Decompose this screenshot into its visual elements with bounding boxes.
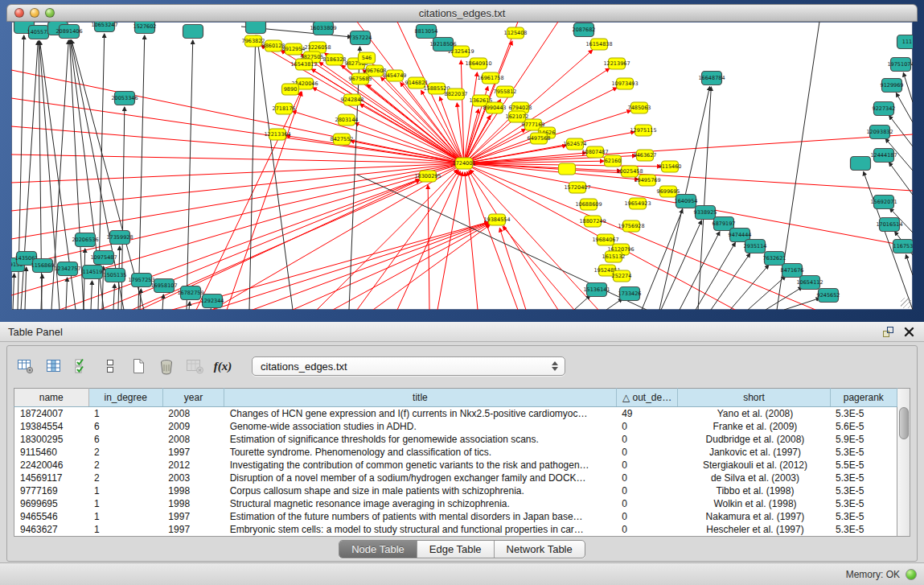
graph-node-16648784[interactable]: 16648784 xyxy=(698,72,725,85)
graph-node-20053346[interactable]: 20053346 xyxy=(111,92,138,105)
table-row[interactable]: 1872400712008Changes of HCN gene express… xyxy=(14,407,897,421)
graph-edge[interactable] xyxy=(606,299,622,310)
table-cell[interactable]: 5.3E-5 xyxy=(830,446,897,459)
graph-edge[interactable] xyxy=(25,267,27,310)
graph-node-9675685[interactable]: 9675685 xyxy=(349,73,372,84)
network-view[interactable]: 1724001183002951938455479638228860128891… xyxy=(11,22,913,310)
table-cell[interactable]: Dudbridge et al. (2008) xyxy=(678,433,830,446)
graph-node-9227342[interactable]: 9227342 xyxy=(873,102,896,116)
graph-edge[interactable] xyxy=(748,276,786,310)
table-scrollbar-thumb[interactable] xyxy=(899,407,909,439)
table-cell[interactable]: 18724007 xyxy=(14,407,89,421)
table-cell[interactable]: 14569117 xyxy=(14,472,89,484)
graph-node-1505135[interactable]: 1505135 xyxy=(104,269,127,282)
graph-edge[interactable] xyxy=(333,224,489,310)
graph-node-2803144[interactable]: 2803144 xyxy=(335,114,359,126)
graph-node-10654112[interactable]: 10654112 xyxy=(796,276,823,290)
graph-edge[interactable] xyxy=(360,104,464,163)
graph-node-1125408[interactable]: 1125408 xyxy=(504,27,528,39)
table-cell[interactable]: 1 xyxy=(88,484,162,497)
graph-node-9242848[interactable]: 9242848 xyxy=(341,94,364,105)
table-cell[interactable]: 5.6E-5 xyxy=(830,420,897,433)
column-header-in-degree[interactable]: in_degree xyxy=(88,389,162,407)
graph-edge[interactable] xyxy=(138,35,145,310)
graph-node-8813054[interactable]: 8813054 xyxy=(415,25,438,39)
column-header-title[interactable]: title xyxy=(224,389,616,407)
table-cell[interactable]: Structural magnetic resonance image aver… xyxy=(224,497,616,510)
graph-node-17016514[interactable]: 17016514 xyxy=(876,218,902,232)
graph-edge[interactable] xyxy=(11,163,464,183)
graph-node-7632621[interactable]: 7632621 xyxy=(763,252,786,266)
graph-node-T7[interactable] xyxy=(183,25,203,39)
table-cell[interactable]: 1 xyxy=(88,407,162,421)
graph-edge[interactable] xyxy=(465,172,478,310)
graph-edge[interactable] xyxy=(903,72,913,102)
graph-node-20206536[interactable]: 20206536 xyxy=(72,233,98,247)
graph-node-8822037[interactable]: 8822037 xyxy=(445,89,468,100)
table-cell[interactable]: 5.3E-5 xyxy=(830,510,897,523)
graph-node-8427552[interactable]: 8427552 xyxy=(331,134,354,145)
graph-node-T8[interactable] xyxy=(246,22,266,34)
table-cell[interactable]: 2008 xyxy=(162,407,224,421)
graph-node-12213364[interactable]: 12213364 xyxy=(264,129,290,140)
graph-edge[interactable] xyxy=(574,295,590,310)
graph-node-15720407[interactable]: 15720407 xyxy=(564,182,590,193)
graph-node-16961758[interactable]: 16961758 xyxy=(477,72,503,84)
table-cell[interactable]: 19384554 xyxy=(14,420,89,433)
graph-edge[interactable] xyxy=(642,209,683,310)
graph-edge[interactable] xyxy=(349,47,360,310)
graph-node-10975487[interactable]: 10975487 xyxy=(90,251,117,265)
graph-node-16958107[interactable]: 16958107 xyxy=(150,279,177,293)
table-cell[interactable]: 22420046 xyxy=(14,459,89,472)
table-cell[interactable]: 5.3E-5 xyxy=(830,497,897,510)
graph-node-7357224[interactable]: 7357224 xyxy=(349,31,372,45)
graph-edge[interactable] xyxy=(784,298,820,310)
graph-node-10973493[interactable]: 10973493 xyxy=(611,78,638,89)
table-cell[interactable]: 0 xyxy=(616,433,678,446)
graph-node-10025458[interactable]: 10025458 xyxy=(616,166,643,177)
graph-edge[interactable] xyxy=(428,185,429,310)
graph-node-1527602[interactable]: 1527602 xyxy=(133,22,157,34)
table-cell[interactable]: Nakamura et al. (1997) xyxy=(678,510,830,523)
table-cell[interactable]: 1997 xyxy=(162,523,224,537)
table-cell[interactable]: Investigating the contribution of common… xyxy=(224,459,616,472)
table-row[interactable]: 2242004622012Investigating the contribut… xyxy=(14,459,897,472)
graph-node-8454749[interactable]: 8454749 xyxy=(384,70,407,81)
graph-edge[interactable] xyxy=(196,92,301,310)
graph-node-9115460[interactable]: 9115460 xyxy=(659,161,682,172)
table-row[interactable]: 946362711997Embryonic stem cells: a mode… xyxy=(14,523,897,537)
table-cell[interactable]: 0 xyxy=(616,484,678,497)
table-cell[interactable]: Tibbo et al. (1998) xyxy=(678,484,830,497)
table-cell[interactable]: 0 xyxy=(616,472,678,484)
table-cell[interactable]: 1998 xyxy=(162,484,224,497)
tab-node-table[interactable]: Node Table xyxy=(339,541,417,558)
graph-edge[interactable] xyxy=(140,289,141,310)
graph-edge[interactable] xyxy=(357,171,459,310)
graph-node-114519[interactable]: 114519 xyxy=(83,266,103,279)
table-cell[interactable]: 0 xyxy=(616,497,678,510)
table-cell[interactable]: 6 xyxy=(88,433,162,446)
graph-edge[interactable] xyxy=(766,287,803,310)
table-cell[interactable]: Wolkin et al. (1998) xyxy=(678,497,830,510)
new-table-icon[interactable] xyxy=(128,356,149,377)
graph-node-19495769[interactable]: 19495769 xyxy=(634,175,660,186)
graph-edge[interactable] xyxy=(66,278,68,310)
graph-node-12444187[interactable]: 12444187 xyxy=(870,149,897,163)
table-cell[interactable]: 18300295 xyxy=(14,433,89,446)
column-header-name[interactable]: name xyxy=(14,389,89,407)
graph-edge[interactable] xyxy=(11,154,464,163)
float-panel-icon[interactable] xyxy=(881,324,895,339)
table-row[interactable]: 911546021997Tourette syndrome. Phenomeno… xyxy=(14,446,897,459)
tab-network-table[interactable]: Network Table xyxy=(494,541,585,558)
graph-node-7485063[interactable]: 7485063 xyxy=(628,102,651,113)
graph-node-19218506[interactable]: 19218506 xyxy=(429,38,456,51)
graph-edge[interactable] xyxy=(11,126,464,163)
table-row[interactable]: 1830029562008Estimation of significance … xyxy=(14,433,897,446)
table-cell[interactable]: 1997 xyxy=(162,510,224,523)
table-cell[interactable]: Hescheler et al. (1997) xyxy=(678,523,830,537)
graph-node-1405572[interactable]: 1405572 xyxy=(27,26,51,39)
graph-node-1624574[interactable]: 1624574 xyxy=(564,138,587,150)
graph-node-17359928[interactable]: 17359928 xyxy=(106,231,133,245)
graph-node-18640910[interactable]: 18640910 xyxy=(465,58,491,69)
graph-node-62160[interactable]: 62160 xyxy=(605,155,622,167)
